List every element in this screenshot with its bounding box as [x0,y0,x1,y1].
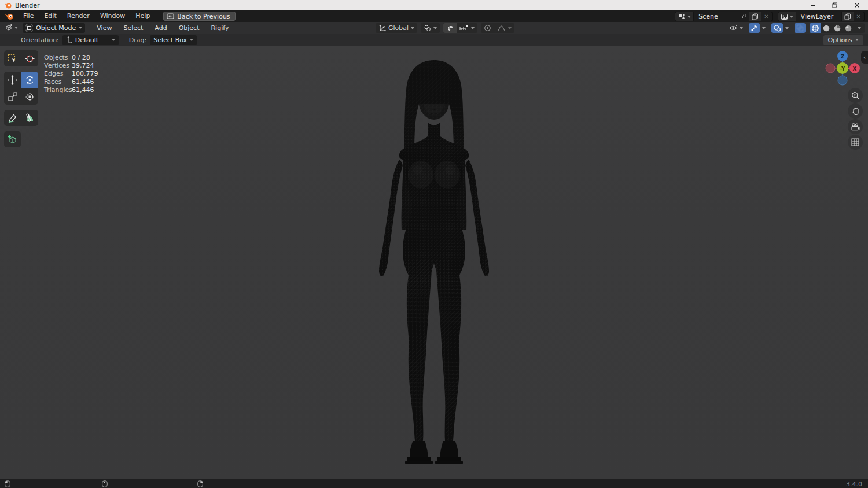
chevron-down-icon [471,27,475,29]
viewport-header: Object Mode View Select Add Object Rigif… [0,22,868,34]
transform-tool[interactable] [21,88,38,105]
measure-tool[interactable] [21,110,38,126]
chevron-down-icon [855,39,859,41]
toggle-xray-button[interactable] [795,23,806,33]
show-gizmo-toggle[interactable] [749,23,760,33]
view-layer-selector: ViewLayer ✕ [778,12,865,21]
zoom-button[interactable] [848,88,863,103]
annotate-tool[interactable] [4,110,21,126]
menu-render[interactable]: Render [62,10,95,22]
new-scene-button[interactable] [749,12,761,21]
scene-browse-button[interactable] [675,12,694,21]
view-layer-name[interactable]: ViewLayer [796,13,841,20]
transform-icon [25,92,35,102]
grid-icon [851,138,859,146]
pivot-point-icon [424,24,431,32]
scene-selector: Scene ✕ [675,12,772,21]
scale-tool[interactable] [4,88,21,105]
overlays-dropdown[interactable] [784,23,790,33]
maximize-button[interactable] [824,0,846,10]
stat-objects: Objects0 / 28 [44,54,98,62]
add-cube-tool[interactable] [4,131,21,147]
chevron-down-icon [740,27,743,29]
close-button[interactable] [846,0,868,10]
show-object-types-dropdown[interactable] [727,23,745,33]
stat-faces: Faces61,446 [44,78,98,86]
pin-icon[interactable] [739,13,749,20]
move-icon [8,75,17,85]
measure-icon [25,113,35,123]
drag-mode-value: Select Box [153,36,187,44]
add-cube-icon [8,135,17,145]
shading-rendered-button[interactable] [843,23,854,33]
gizmo-neg-x-axis[interactable] [826,64,835,73]
back-to-previous-label: Back to Previous [177,13,230,20]
cursor-3d-icon [25,54,35,64]
menu-view[interactable]: View [91,24,117,32]
cursor-tool[interactable] [21,50,38,66]
orientation-label: Orientation: [21,36,59,44]
proportional-falloff-dropdown[interactable] [494,23,514,33]
camera-view-button[interactable] [848,119,863,134]
sidebar-toggle-arrow[interactable]: ‹ [861,51,868,64]
menu-select[interactable]: Select [117,24,149,32]
orientation-axes-icon [378,24,386,32]
gizmo-neg-z-axis[interactable] [838,76,847,85]
editor-type-button[interactable] [0,24,20,32]
select-box-tool[interactable] [4,50,21,66]
navigation-gizmo[interactable]: Z X -Y [824,50,861,87]
menu-bar: File Edit Render Window Help Back to Pre… [0,10,868,22]
orientation-default-dropdown[interactable]: Default [62,35,119,45]
minimize-button[interactable] [802,0,824,10]
drag-mode-dropdown[interactable]: Select Box [150,35,197,45]
show-overlays-toggle[interactable] [771,23,783,33]
mode-label: Object Mode [36,24,76,32]
svg-text:X: X [853,66,857,72]
shading-solid-button[interactable] [821,23,832,33]
menu-rigify[interactable]: Rigify [205,24,234,32]
menu-file[interactable]: File [18,10,39,22]
pivot-point-dropdown[interactable] [421,23,440,33]
rotate-tool[interactable] [21,72,38,88]
viewport-canvas[interactable]: Objects0 / 28 Vertices39,724 Edges100,77… [0,46,868,479]
chevron-down-icon [785,27,789,29]
shading-wireframe-button[interactable] [810,23,821,33]
camera-icon [851,123,860,131]
pan-button[interactable] [848,103,863,119]
perspective-toggle-button[interactable] [848,135,863,150]
chevron-down-icon [687,16,691,18]
blender-app-icon[interactable] [5,13,14,20]
unlink-scene-button[interactable]: ✕ [761,13,771,20]
shading-material-button[interactable] [832,23,843,33]
annotate-pen-icon [8,113,17,123]
menu-object[interactable]: Object [173,24,205,32]
new-view-layer-button[interactable] [841,12,854,21]
remove-view-layer-button[interactable]: ✕ [854,13,864,20]
options-dropdown[interactable]: Options [823,35,863,45]
mode-selector[interactable]: Object Mode [23,23,85,33]
chevron-down-icon [433,27,437,29]
shading-dropdown[interactable] [854,23,865,33]
model-right-foot [440,441,458,457]
menu-add[interactable]: Add [149,24,172,32]
move-tool[interactable] [4,72,21,88]
transform-orientation-dropdown[interactable]: Global [376,23,417,33]
menu-help[interactable]: Help [130,10,155,22]
scale-icon [8,92,17,102]
scene-name[interactable]: Scene [694,13,739,20]
orientation-default-value: Default [75,36,109,44]
stat-triangles: Triangles61,446 [44,86,98,94]
overlays-icon [773,24,781,32]
menu-window[interactable]: Window [95,10,130,22]
menu-edit[interactable]: Edit [39,10,61,22]
snap-toggle[interactable] [443,23,457,33]
back-to-previous-button[interactable]: Back to Previous [163,12,235,21]
mouse-right-icon [197,480,203,487]
snap-target-dropdown[interactable] [457,23,477,33]
hand-icon [851,107,860,116]
snap-increment-icon [459,25,469,31]
view-layer-browse-button[interactable] [778,12,796,21]
tool-settings-bar: Orientation: Default Drag: Select Box Op… [0,34,868,46]
gizmo-dropdown[interactable] [760,23,767,33]
proportional-editing-toggle[interactable] [481,23,494,33]
